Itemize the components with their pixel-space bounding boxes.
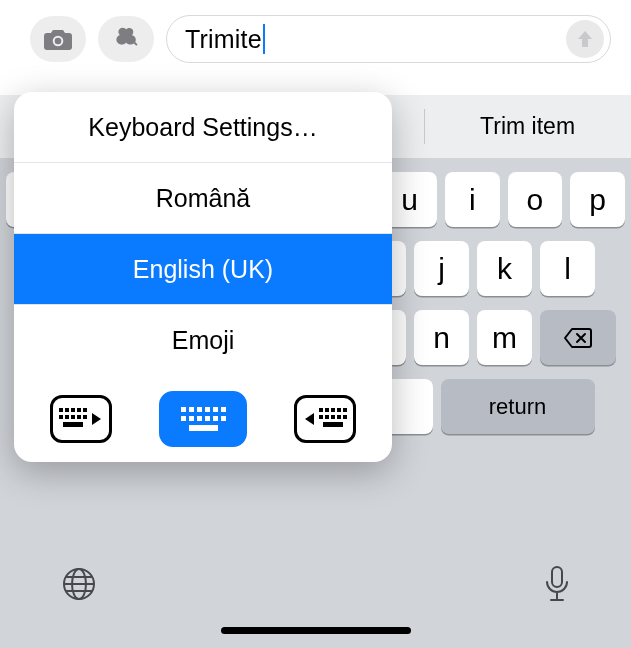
menu-emoji[interactable]: Emoji [14, 305, 392, 376]
apps-button[interactable] [98, 16, 154, 62]
svg-rect-32 [337, 408, 341, 412]
svg-rect-12 [71, 415, 75, 419]
svg-rect-18 [197, 407, 202, 412]
svg-rect-16 [181, 407, 186, 412]
svg-rect-8 [77, 408, 81, 412]
svg-rect-35 [325, 415, 329, 419]
key-i[interactable]: i [445, 172, 500, 227]
message-input[interactable]: Trimite [166, 15, 611, 63]
key-m[interactable]: m [477, 310, 532, 365]
menu-english-uk[interactable]: English (UK) [14, 234, 392, 305]
key-k[interactable]: k [477, 241, 532, 296]
backspace-icon [563, 327, 593, 349]
svg-rect-19 [205, 407, 210, 412]
key-o[interactable]: o [508, 172, 563, 227]
svg-rect-39 [323, 422, 343, 427]
send-arrow-icon [576, 29, 594, 49]
svg-rect-23 [189, 416, 194, 421]
home-indicator[interactable] [221, 627, 411, 634]
svg-rect-30 [325, 408, 329, 412]
keyboard-dock-left-icon [59, 406, 103, 432]
keyboard-icon [177, 404, 229, 434]
mic-icon [543, 564, 571, 604]
send-button[interactable] [566, 20, 604, 58]
backspace-key[interactable] [540, 310, 616, 365]
compose-bar: Trimite [0, 0, 631, 81]
svg-rect-10 [59, 415, 63, 419]
svg-rect-6 [65, 408, 69, 412]
dock-left-button[interactable] [50, 395, 112, 443]
svg-rect-27 [221, 416, 226, 421]
svg-rect-14 [83, 415, 87, 419]
key-p[interactable]: p [570, 172, 625, 227]
dock-right-button[interactable] [294, 395, 356, 443]
svg-rect-24 [197, 416, 202, 421]
svg-rect-29 [319, 408, 323, 412]
svg-rect-4 [552, 567, 562, 587]
svg-rect-25 [205, 416, 210, 421]
menu-keyboard-settings[interactable]: Keyboard Settings… [14, 92, 392, 163]
key-n[interactable]: n [414, 310, 469, 365]
svg-rect-33 [343, 408, 347, 412]
keyboard-bottom-bar [0, 548, 631, 648]
svg-rect-7 [71, 408, 75, 412]
svg-rect-15 [63, 422, 83, 427]
svg-rect-5 [59, 408, 63, 412]
dictation-button[interactable] [543, 564, 571, 604]
svg-rect-37 [337, 415, 341, 419]
svg-rect-28 [189, 425, 218, 431]
svg-rect-13 [77, 415, 81, 419]
svg-rect-26 [213, 416, 218, 421]
dock-center-button[interactable] [159, 391, 247, 447]
svg-rect-31 [331, 408, 335, 412]
menu-romana[interactable]: Română [14, 163, 392, 234]
key-j[interactable]: j [414, 241, 469, 296]
svg-rect-38 [343, 415, 347, 419]
svg-rect-34 [319, 415, 323, 419]
svg-point-1 [55, 38, 62, 45]
svg-rect-22 [181, 416, 186, 421]
svg-rect-9 [83, 408, 87, 412]
svg-rect-21 [221, 407, 226, 412]
globe-icon [60, 565, 98, 603]
suggestion-right[interactable]: Trim item [424, 95, 631, 158]
apps-icon [111, 24, 141, 54]
keyboard-dock-options [14, 376, 392, 462]
svg-rect-36 [331, 415, 335, 419]
camera-icon [43, 27, 73, 51]
keyboard-dock-right-icon [303, 406, 347, 432]
message-input-value: Trimite [185, 25, 262, 54]
camera-button[interactable] [30, 16, 86, 62]
return-key[interactable]: return [441, 379, 595, 434]
svg-rect-20 [213, 407, 218, 412]
globe-button[interactable] [60, 565, 98, 603]
svg-rect-11 [65, 415, 69, 419]
svg-rect-17 [189, 407, 194, 412]
text-cursor [263, 24, 265, 54]
keyboard-switcher-menu: Keyboard Settings… Română English (UK) E… [14, 92, 392, 462]
key-l[interactable]: l [540, 241, 595, 296]
